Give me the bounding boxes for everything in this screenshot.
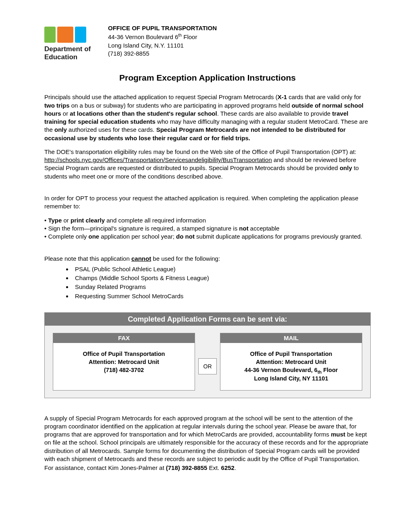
intro-paragraph-1: Principals should use the attached appli… <box>44 93 371 142</box>
nyc-glyph <box>44 26 101 43</box>
send-via-header: Completed Application Forms can be sent … <box>45 313 370 326</box>
restriction-item: Requesting Summer School MetroCards <box>73 292 371 300</box>
send-via-row: FAX Office of Pupil Transportation Atten… <box>45 326 370 391</box>
logo-line1: Department of <box>44 45 91 53</box>
office-phone: (718) 392-8855 <box>108 50 217 58</box>
page-title: Program Exception Application Instructio… <box>44 72 371 83</box>
office-address-block: OFFICE OF PUPIL TRANSPORTATION 44-36 Ver… <box>108 24 217 58</box>
tip-1: • Type or print clearly and complete all… <box>44 216 371 224</box>
logo-n-block <box>44 27 56 43</box>
restriction-item: Champs (Middle School Sports & Fitness L… <box>73 274 371 282</box>
logo-line2: Education <box>44 53 77 61</box>
office-addr-line1: 44-36 Vernon Boulevard 6th Floor <box>108 32 217 41</box>
tip-3: • Complete only one application per scho… <box>44 233 371 241</box>
fax-body: Office of Pupil Transportation Attention… <box>53 343 195 381</box>
restriction-item: Sunday Related Programs <box>73 283 371 291</box>
letterhead: Department of Education OFFICE OF PUPIL … <box>44 24 371 61</box>
restriction-item: PSAL (Public School Athletic League) <box>73 265 371 273</box>
nyc-doe-logo: Department of Education <box>44 24 101 61</box>
document-page: Department of Education OFFICE OF PUPIL … <box>0 0 411 497</box>
mail-body: Office of Pupil Transportation Attention… <box>220 343 362 390</box>
intro-paragraph-2: The DOE's transportation eligibility rul… <box>44 148 371 181</box>
mail-column: MAIL Office of Pupil Transportation Atte… <box>220 333 362 391</box>
restrictions-list: PSAL (Public School Athletic League) Cha… <box>44 265 371 300</box>
tips-list: • Type or print clearly and complete all… <box>44 216 371 241</box>
opt-eligibility-link[interactable]: http://schools.nyc.gov/Offices/Transport… <box>44 156 272 163</box>
logo-c-block <box>75 27 86 43</box>
logo-text: Department of Education <box>44 45 101 61</box>
cannot-use-intro: Please note that this application cannot… <box>44 255 371 263</box>
mail-heading: MAIL <box>220 333 362 343</box>
logo-y-block <box>57 27 73 43</box>
or-divider: OR <box>198 358 217 374</box>
office-title: OFFICE OF PUPIL TRANSPORTATION <box>108 24 217 32</box>
office-addr-line2: Long Island City, N.Y. 11101 <box>108 42 217 50</box>
assistance-paragraph: For assistance, contact Kim Jones-Palmer… <box>44 464 371 472</box>
send-via-box: Completed Application Forms can be sent … <box>44 312 371 398</box>
tip-2: • Sign the form—principal's signature is… <box>44 224 371 233</box>
remember-intro: In order for OPT to process your request… <box>44 194 371 211</box>
fax-heading: FAX <box>53 333 195 343</box>
fax-column: FAX Office of Pupil Transportation Atten… <box>53 333 195 391</box>
supply-paragraph: A supply of Special Program Metrocards f… <box>44 414 371 463</box>
